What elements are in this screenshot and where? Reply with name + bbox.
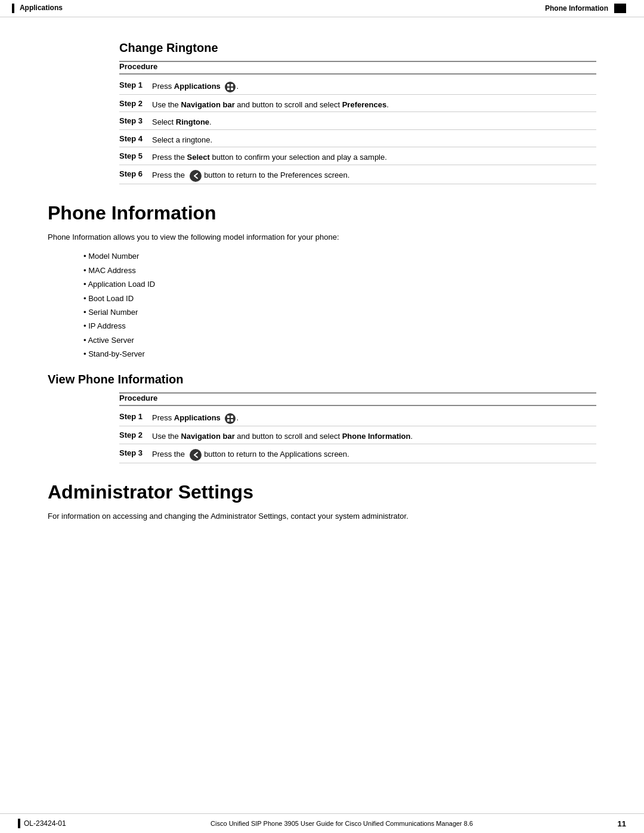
step-row: Step 2 Use the Navigation bar and button… [119, 98, 596, 113]
list-item: Stand-by-Server [83, 347, 608, 361]
phone-information-bullets: Model Number MAC Address Application Loa… [83, 249, 608, 361]
footer-accent [18, 819, 20, 828]
svg-point-6 [225, 413, 236, 424]
footer-left-label: OL-23424-01 [24, 819, 66, 828]
step-label: Step 3 [119, 448, 152, 457]
main-content: Change Ringtone Procedure Step 1 Press A… [0, 17, 644, 540]
step-row: Step 5 Press the Select button to confir… [119, 150, 596, 165]
administrator-settings-section: Administrator Settings For information o… [48, 481, 608, 523]
change-ringtone-procedure: Procedure Step 1 Press Applications . [119, 61, 596, 184]
phone-information-section: Phone Information Phone Information allo… [48, 202, 608, 361]
step-content: Press the Select button to confirm your … [152, 151, 387, 163]
list-item: Serial Number [83, 305, 608, 319]
step-row: Step 4 Select a ringtone. [119, 133, 596, 148]
change-ringtone-heading: Change Ringtone [48, 41, 608, 55]
change-ringtone-procedure-label: Procedure [119, 61, 596, 75]
step-label: Step 2 [119, 431, 152, 439]
svg-rect-9 [227, 419, 230, 422]
footer-left: OL-23424-01 [18, 819, 66, 828]
phone-information-heading: Phone Information [48, 202, 608, 224]
svg-rect-4 [231, 88, 233, 90]
view-phone-procedure: Procedure Step 1 Press Applications . [119, 392, 596, 463]
applications-icon [224, 413, 236, 425]
footer: OL-23424-01 Cisco Unified SIP Phone 3905… [0, 813, 644, 833]
header-accent [12, 4, 14, 13]
svg-point-11 [190, 449, 202, 461]
step-content: Press the button to return to the Prefer… [152, 169, 349, 182]
list-item: Application Load ID [83, 277, 608, 291]
step-row: Step 3 Select Ringtone. [119, 115, 596, 130]
administrator-settings-description: For information on accessing and changin… [48, 510, 608, 523]
back-button-icon [189, 448, 202, 462]
step-row: Step 1 Press Applications . [119, 79, 596, 95]
svg-rect-3 [227, 88, 230, 90]
step-label: Step 1 [119, 412, 152, 421]
header-right: Phone Information [545, 4, 626, 13]
list-item: Boot Load ID [83, 292, 608, 305]
step-content: Press the button to return to the Applic… [152, 448, 349, 462]
view-phone-procedure-label: Procedure [119, 392, 596, 406]
step-row: Step 3 Press the button to return to the… [119, 447, 596, 463]
footer-right: 11 [618, 819, 626, 828]
step-label: Step 2 [119, 99, 152, 108]
svg-rect-10 [231, 419, 233, 422]
step-label: Step 5 [119, 151, 152, 160]
header-left-label: Applications [20, 4, 63, 12]
step-content: Select a ringtone. [152, 134, 212, 146]
step-content: Select Ringtone. [152, 116, 212, 128]
back-button-icon [189, 169, 202, 182]
list-item: MAC Address [83, 264, 608, 277]
applications-icon [224, 81, 236, 93]
list-item: IP Address [83, 319, 608, 333]
step-label: Step 3 [119, 116, 152, 125]
svg-point-0 [225, 82, 236, 92]
step-content: Use the Navigation bar and button to scr… [152, 431, 413, 442]
step-row: Step 2 Use the Navigation bar and button… [119, 429, 596, 444]
svg-point-5 [190, 170, 202, 182]
footer-page-number: 11 [618, 819, 626, 828]
svg-rect-2 [231, 84, 233, 86]
view-phone-information-section: View Phone Information Procedure Step 1 … [48, 373, 608, 463]
step-content: Press Applications . [152, 80, 239, 93]
step-row: Step 6 Press the button to return to the… [119, 168, 596, 184]
header-left: Applications [12, 4, 63, 13]
step-label: Step 4 [119, 134, 152, 143]
header-black-box [614, 4, 626, 13]
step-content: Press Applications . [152, 412, 239, 425]
step-content: Use the Navigation bar and button to scr… [152, 99, 389, 111]
view-phone-information-heading: View Phone Information [48, 373, 608, 386]
footer-center: Cisco Unified SIP Phone 3905 User Guide … [210, 820, 473, 827]
step-label: Step 1 [119, 80, 152, 89]
footer-center-label: Cisco Unified SIP Phone 3905 User Guide … [210, 820, 473, 827]
header-right-label: Phone Information [545, 4, 608, 13]
administrator-settings-heading: Administrator Settings [48, 481, 608, 503]
step-label: Step 6 [119, 169, 152, 178]
step-row: Step 1 Press Applications . [119, 411, 596, 426]
phone-information-description: Phone Information allows you to view the… [48, 231, 608, 244]
list-item: Active Server [83, 333, 608, 347]
svg-rect-7 [227, 416, 230, 418]
svg-rect-1 [227, 84, 230, 86]
svg-rect-8 [231, 416, 233, 418]
header-bar: Applications Phone Information [0, 0, 644, 17]
change-ringtone-section: Change Ringtone Procedure Step 1 Press A… [48, 41, 608, 184]
list-item: Model Number [83, 249, 608, 263]
